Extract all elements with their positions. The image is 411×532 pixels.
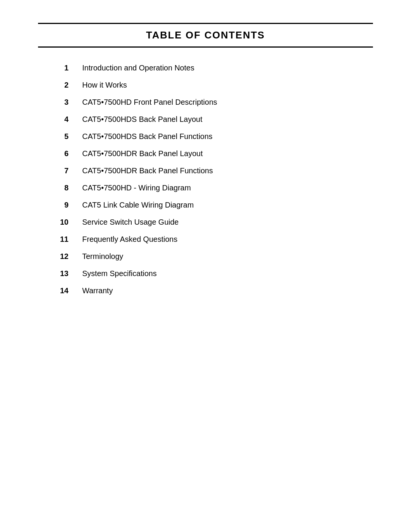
page: TABLE OF CONTENTS 1Introduction and Oper… <box>0 0 411 532</box>
toc-number: 13 <box>38 269 68 278</box>
toc-item: 9CAT5 Link Cable Wiring Diagram <box>38 201 373 209</box>
toc-item: 10Service Switch Usage Guide <box>38 218 373 227</box>
toc-label: Warranty <box>82 286 113 295</box>
toc-item: 6CAT5•7500HDR Back Panel Layout <box>38 149 373 158</box>
toc-label: CAT5•7500HD - Wiring Diagram <box>82 184 191 192</box>
toc-label: System Specifications <box>82 269 157 278</box>
toc-number: 11 <box>38 235 68 244</box>
title-top-border <box>38 23 373 24</box>
toc-label: Frequently Asked Questions <box>82 235 177 244</box>
toc-number: 2 <box>38 81 68 89</box>
toc-label: CAT5•7500HDS Back Panel Layout <box>82 115 202 124</box>
toc-number: 7 <box>38 166 68 175</box>
page-title: TABLE OF CONTENTS <box>38 26 373 44</box>
toc-item: 7CAT5•7500HDR Back Panel Functions <box>38 166 373 175</box>
toc-number: 12 <box>38 252 68 261</box>
toc-item: 1Introduction and Operation Notes <box>38 64 373 72</box>
toc-number: 14 <box>38 286 68 295</box>
toc-item: 13System Specifications <box>38 269 373 278</box>
toc-label: CAT5•7500HD Front Panel Descriptions <box>82 98 217 107</box>
toc-label: Terminology <box>82 252 123 261</box>
toc-item: 12Terminology <box>38 252 373 261</box>
toc-number: 10 <box>38 218 68 227</box>
toc-item: 2How it Works <box>38 81 373 89</box>
toc-number: 4 <box>38 115 68 124</box>
toc-item: 14Warranty <box>38 286 373 295</box>
toc-item: 8CAT5•7500HD - Wiring Diagram <box>38 184 373 192</box>
toc-label: How it Works <box>82 81 127 89</box>
toc-item: 5CAT5•7500HDS Back Panel Functions <box>38 132 373 141</box>
toc-item: 4CAT5•7500HDS Back Panel Layout <box>38 115 373 124</box>
toc-list: 1Introduction and Operation Notes2How it… <box>38 64 373 295</box>
toc-label: Introduction and Operation Notes <box>82 64 194 72</box>
toc-item: 3CAT5•7500HD Front Panel Descriptions <box>38 98 373 107</box>
toc-number: 1 <box>38 64 68 72</box>
title-section: TABLE OF CONTENTS <box>38 23 373 50</box>
toc-item: 11Frequently Asked Questions <box>38 235 373 244</box>
toc-label: CAT5•7500HDS Back Panel Functions <box>82 132 212 141</box>
toc-number: 6 <box>38 149 68 158</box>
toc-number: 5 <box>38 132 68 141</box>
toc-number: 9 <box>38 201 68 209</box>
toc-label: CAT5 Link Cable Wiring Diagram <box>82 201 194 209</box>
title-bottom-border <box>38 46 373 48</box>
toc-label: CAT5•7500HDR Back Panel Layout <box>82 149 203 158</box>
toc-number: 8 <box>38 184 68 192</box>
toc-number: 3 <box>38 98 68 107</box>
toc-label: CAT5•7500HDR Back Panel Functions <box>82 166 213 175</box>
toc-label: Service Switch Usage Guide <box>82 218 178 227</box>
